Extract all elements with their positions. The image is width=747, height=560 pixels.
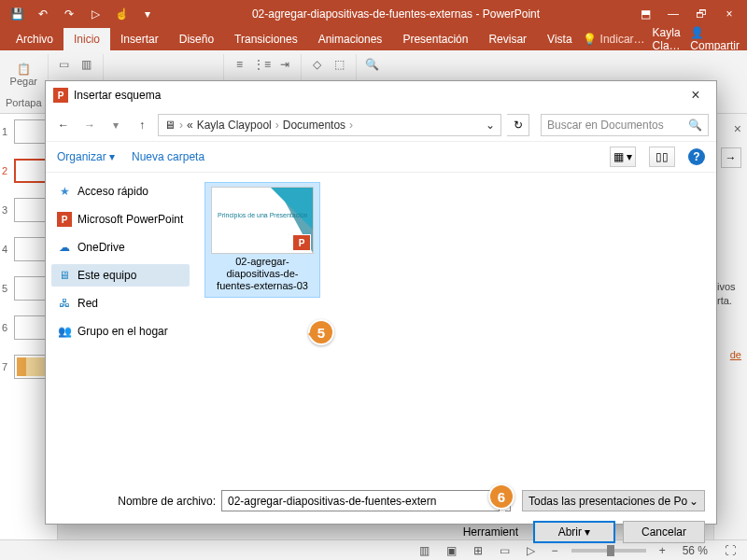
file-item[interactable]: Principios de una Presentación P 02-agre… bbox=[204, 182, 320, 298]
help-icon[interactable]: ? bbox=[688, 148, 705, 165]
tab-inicio[interactable]: Inicio bbox=[63, 28, 110, 50]
filename-input[interactable] bbox=[221, 490, 500, 511]
document-title: 02-agregar-diapositivas-de-fuentes-exter… bbox=[161, 7, 631, 21]
nav-forward-icon: → bbox=[79, 115, 100, 135]
thumb-num: 1 bbox=[2, 126, 11, 137]
fit-to-window-icon[interactable]: ⛶ bbox=[721, 544, 740, 557]
start-slideshow-icon[interactable]: ▷ bbox=[82, 0, 108, 28]
file-name: 02-agregar-diapositivas-de-fuentes-exter… bbox=[209, 256, 316, 293]
user-name[interactable]: Kayla Cla… bbox=[653, 26, 684, 52]
tools-button[interactable]: Herramient bbox=[463, 525, 518, 539]
close-icon[interactable]: × bbox=[715, 0, 743, 28]
tell-me-label: Indicar… bbox=[600, 33, 645, 46]
nav-back-icon[interactable]: ← bbox=[53, 115, 74, 135]
tree-homegroup[interactable]: 👥Grupo en el hogar bbox=[51, 320, 190, 343]
crumb-docs[interactable]: Documentos bbox=[283, 119, 345, 132]
paste-button[interactable]: 📋Pegar bbox=[6, 54, 41, 95]
redo-icon[interactable]: ↷ bbox=[56, 0, 82, 28]
pane-text-fragment: ivos rta. bbox=[717, 280, 741, 309]
tab-transiciones[interactable]: Transiciones bbox=[224, 28, 308, 50]
nav-up-icon[interactable]: ↑ bbox=[132, 115, 152, 135]
crumb-overflow[interactable]: « bbox=[187, 119, 193, 132]
new-slide-icon[interactable]: ▭ bbox=[54, 54, 75, 75]
minimize-icon[interactable]: — bbox=[659, 0, 687, 28]
tree-network[interactable]: 🖧Red bbox=[51, 292, 190, 315]
open-label: Abrir bbox=[558, 525, 582, 539]
touch-mode-icon[interactable]: ☝ bbox=[108, 0, 134, 28]
thumb-num: 3 bbox=[2, 204, 11, 216]
file-thumbnail: Principios de una Presentación P bbox=[211, 187, 314, 254]
dialog-title: Insertar esquema bbox=[74, 89, 677, 102]
folder-icon: 🖥 bbox=[164, 119, 176, 132]
tree-powerpoint[interactable]: PMicrosoft PowerPoint bbox=[51, 208, 190, 231]
thumb-num: 2 bbox=[2, 165, 11, 176]
dialog-close-icon[interactable]: × bbox=[683, 87, 709, 104]
tree-quick-access[interactable]: ★Acceso rápido bbox=[51, 180, 190, 203]
nav-tree[interactable]: ★Acceso rápido PMicrosoft PowerPoint ☁On… bbox=[46, 173, 195, 481]
tree-this-pc[interactable]: 🖥Este equipo bbox=[51, 264, 190, 287]
cancel-button[interactable]: Cancelar bbox=[623, 521, 705, 543]
search-icon[interactable]: 🔍 bbox=[688, 119, 702, 132]
shapes-icon[interactable]: ◇ bbox=[307, 54, 328, 75]
indent-icon[interactable]: ⇥ bbox=[275, 54, 295, 75]
callout-5: 5 bbox=[308, 319, 334, 345]
titlebar: 💾 ↶ ↷ ▷ ☝ ▾ 02-agregar-diapositivas-de-f… bbox=[0, 0, 747, 28]
tab-animaciones[interactable]: Animaciones bbox=[308, 28, 393, 50]
preview-pane-button[interactable]: ▯▯ bbox=[649, 147, 675, 167]
thumb-num: 5 bbox=[2, 283, 11, 294]
dialog-titlebar: P Insertar esquema × bbox=[46, 81, 716, 109]
tab-vista[interactable]: Vista bbox=[537, 28, 582, 50]
organize-button[interactable]: Organizar ▾ bbox=[57, 150, 115, 163]
tree-label: Red bbox=[78, 297, 98, 310]
qat-more-icon[interactable]: ▾ bbox=[134, 0, 161, 28]
tab-presentacion[interactable]: Presentación bbox=[392, 28, 478, 50]
chevron-down-icon: ⌄ bbox=[689, 495, 698, 508]
find-icon[interactable]: 🔍 bbox=[362, 54, 383, 75]
search-input[interactable]: Buscar en Documentos 🔍 bbox=[541, 114, 709, 136]
undo-icon[interactable]: ↶ bbox=[30, 0, 56, 28]
restore-icon[interactable]: 🗗 bbox=[687, 0, 715, 28]
new-folder-button[interactable]: Nueva carpeta bbox=[132, 150, 204, 163]
numbering-icon[interactable]: ⋮≡ bbox=[252, 54, 273, 75]
tab-revisar[interactable]: Revisar bbox=[478, 28, 537, 50]
breadcrumb[interactable]: 🖥 › « Kayla Claypool › Documentos › ⌄ bbox=[158, 114, 501, 136]
pane-link-fragment[interactable]: de bbox=[730, 349, 741, 360]
save-icon[interactable]: 💾 bbox=[4, 0, 30, 28]
refresh-icon[interactable]: ↻ bbox=[507, 114, 529, 136]
ribbon-options-icon[interactable]: ⬒ bbox=[631, 0, 659, 28]
arrange-icon[interactable]: ⬚ bbox=[330, 54, 350, 75]
open-button[interactable]: Abrir ▾ bbox=[533, 521, 615, 543]
tab-diseno[interactable]: Diseño bbox=[169, 28, 224, 50]
dialog-body: ★Acceso rápido PMicrosoft PowerPoint ☁On… bbox=[46, 173, 716, 481]
thumb-num: 6 bbox=[2, 322, 11, 333]
view-mode-button[interactable]: ▦ ▾ bbox=[610, 147, 636, 167]
pptx-badge-icon: P bbox=[292, 234, 311, 251]
crumb-dropdown-icon[interactable]: ⌄ bbox=[486, 119, 495, 132]
layout-icon[interactable]: ▥ bbox=[77, 54, 97, 75]
font-select[interactable] bbox=[109, 54, 184, 75]
tab-archivo[interactable]: Archivo bbox=[6, 28, 63, 50]
clipboard-label: Portapa bbox=[6, 97, 42, 108]
tree-onedrive[interactable]: ☁OneDrive bbox=[51, 236, 190, 259]
file-list[interactable]: Principios de una Presentación P 02-agre… bbox=[195, 173, 716, 481]
tell-me[interactable]: 💡 Indicar… bbox=[583, 33, 645, 46]
task-pane: × → ivos rta. de bbox=[713, 114, 747, 539]
share-button[interactable]: 👤 Compartir bbox=[690, 26, 740, 52]
pane-close-icon[interactable]: × bbox=[734, 121, 741, 136]
pane-expand-icon[interactable]: → bbox=[721, 147, 741, 168]
dialog-toolbar: Organizar ▾ Nueva carpeta ▦ ▾ ▯▯ ? bbox=[46, 141, 716, 173]
thumb-num: 4 bbox=[2, 244, 11, 255]
insert-outline-dialog: P Insertar esquema × ← → ▾ ↑ 🖥 › « Kayla… bbox=[45, 80, 717, 525]
tree-label: Acceso rápido bbox=[78, 185, 148, 198]
ribbon-tabs: Archivo Inicio Insertar Diseño Transicio… bbox=[0, 28, 747, 50]
nav-recent-icon[interactable]: ▾ bbox=[106, 115, 126, 135]
crumb-user[interactable]: Kayla Claypool bbox=[197, 119, 272, 132]
dialog-bottom: Nombre de archivo: ⌄ Todas las presentac… bbox=[46, 481, 716, 554]
dialog-nav: ← → ▾ ↑ 🖥 › « Kayla Claypool › Documento… bbox=[46, 109, 716, 141]
paste-label: Pegar bbox=[10, 76, 37, 87]
font-size[interactable] bbox=[186, 54, 218, 75]
filter-label: Todas las presentaciones de Po bbox=[529, 495, 687, 508]
bullets-icon[interactable]: ≡ bbox=[230, 54, 250, 75]
tab-insertar[interactable]: Insertar bbox=[110, 28, 169, 50]
filetype-filter[interactable]: Todas las presentaciones de Po⌄ bbox=[522, 490, 705, 511]
